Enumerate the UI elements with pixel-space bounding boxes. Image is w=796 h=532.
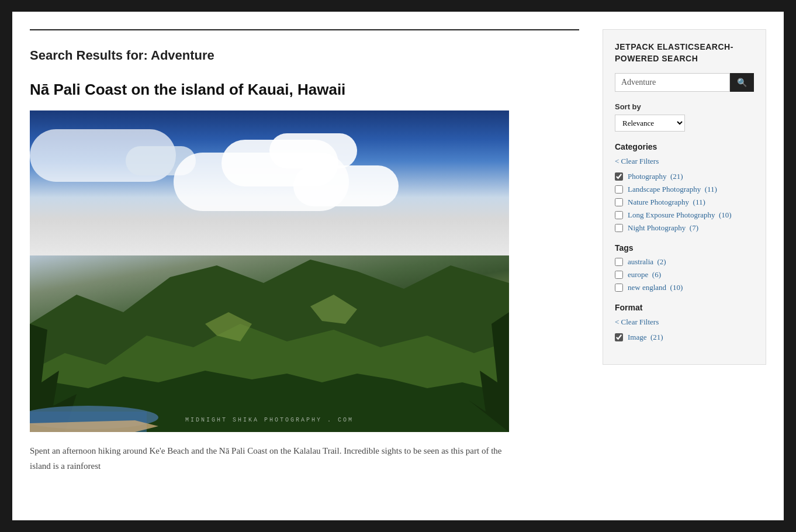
sidebar-title: JETPACK ELASTICSEARCH-POWERED SEARCH — [615, 42, 754, 64]
search-icon: 🔍 — [737, 78, 747, 87]
tag-checkbox-new-england[interactable] — [615, 284, 623, 292]
tag-link-europe[interactable]: europe (6) — [628, 270, 661, 279]
category-link-nature[interactable]: Nature Photography (11) — [628, 198, 705, 207]
list-item: Image (21) — [615, 333, 754, 342]
category-checkbox-photography[interactable] — [615, 172, 623, 181]
format-list: Image (21) — [615, 333, 754, 342]
list-item: Photography (21) — [615, 172, 754, 181]
category-link-night[interactable]: Night Photography (7) — [628, 223, 698, 233]
category-checkbox-night[interactable] — [615, 224, 623, 232]
page-wrapper: Search Results for: Adventure Nā Pali Co… — [12, 12, 784, 520]
cloud — [293, 165, 399, 206]
categories-clear-filters[interactable]: < Clear Filters — [615, 157, 659, 166]
result-excerpt: Spent an afternoon hiking around Ke'e Be… — [30, 444, 509, 474]
tags-list: australia (2) europe (6) new england (10… — [615, 257, 754, 292]
tags-title: Tags — [615, 243, 754, 253]
format-section: Format < Clear Filters Image (21) — [615, 303, 754, 342]
search-button[interactable]: 🔍 — [730, 73, 754, 92]
list-item: Nature Photography (11) — [615, 198, 754, 207]
tag-link-australia[interactable]: australia (2) — [628, 257, 666, 267]
sidebar-panel: JETPACK ELASTICSEARCH-POWERED SEARCH 🔍 S… — [603, 29, 766, 365]
main-content: Search Results for: Adventure Nā Pali Co… — [30, 29, 579, 497]
list-item: Night Photography (7) — [615, 223, 754, 233]
category-checkbox-long-exposure[interactable] — [615, 211, 623, 219]
tag-link-new-england[interactable]: new england (10) — [628, 283, 683, 292]
format-link-image[interactable]: Image (21) — [628, 333, 663, 342]
category-link-long-exposure[interactable]: Long Exposure Photography (10) — [628, 210, 732, 220]
category-checkbox-nature[interactable] — [615, 198, 623, 206]
result-title: Nā Pali Coast on the island of Kauai, Ha… — [30, 81, 579, 99]
category-link-landscape[interactable]: Landscape Photography (11) — [628, 185, 717, 194]
category-checkbox-landscape[interactable] — [615, 185, 623, 194]
list-item: Long Exposure Photography (10) — [615, 210, 754, 220]
sidebar: JETPACK ELASTICSEARCH-POWERED SEARCH 🔍 S… — [603, 29, 766, 497]
image-terrain — [30, 207, 509, 432]
tag-checkbox-europe[interactable] — [615, 271, 623, 279]
list-item: new england (10) — [615, 283, 754, 292]
category-link-photography[interactable]: Photography (21) — [628, 172, 683, 181]
top-divider — [30, 29, 579, 30]
list-item: Landscape Photography (11) — [615, 185, 754, 194]
categories-list: Photography (21) Landscape Photography (… — [615, 172, 754, 233]
list-item: australia (2) — [615, 257, 754, 267]
format-clear-filters[interactable]: < Clear Filters — [615, 317, 659, 327]
image-watermark: MIDNIGHT SHIKA PHOTOGRAPHY . COM — [185, 417, 354, 423]
result-image-container: MIDNIGHT SHIKA PHOTOGRAPHY . COM — [30, 110, 509, 432]
tag-checkbox-australia[interactable] — [615, 258, 623, 266]
sort-select[interactable]: Relevance — [615, 115, 685, 132]
categories-title: Categories — [615, 142, 754, 151]
list-item: europe (6) — [615, 270, 754, 279]
search-row: 🔍 — [615, 73, 754, 92]
format-title: Format — [615, 303, 754, 312]
format-checkbox-image[interactable] — [615, 333, 623, 341]
search-heading: Search Results for: Adventure — [30, 48, 579, 63]
search-input[interactable] — [615, 73, 730, 92]
result-image: MIDNIGHT SHIKA PHOTOGRAPHY . COM — [30, 110, 509, 432]
sort-label: Sort by — [615, 102, 754, 111]
